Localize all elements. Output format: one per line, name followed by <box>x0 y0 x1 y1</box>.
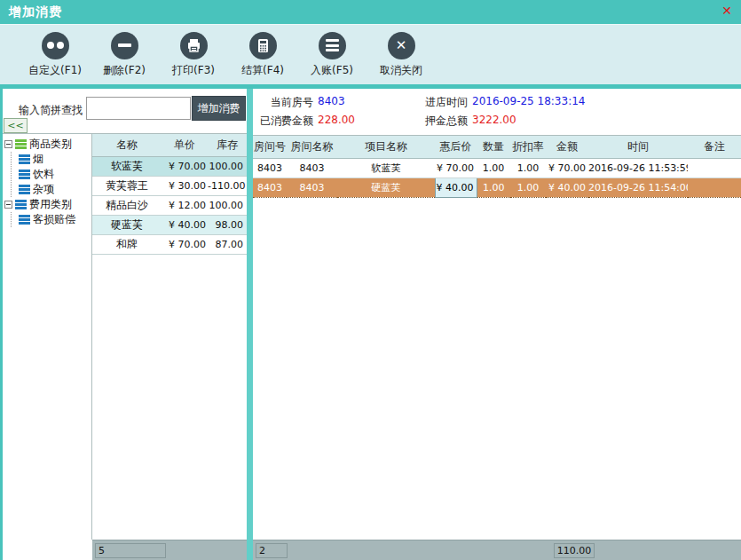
column-header-price[interactable]: 惠后价 <box>435 136 477 158</box>
order-cell-amount[interactable]: ¥ 40.00 <box>546 177 588 197</box>
product-row[interactable]: 黄芙蓉王¥ 30.00-110.00 <box>92 176 247 195</box>
tree-item-misc[interactable]: 杂项 <box>19 182 91 197</box>
tree-item-label: 烟 <box>33 152 43 167</box>
room-number-value: 8403 <box>318 95 345 109</box>
delete-button[interactable]: 删除(F2) <box>90 25 159 84</box>
product-cell-name[interactable]: 和牌 <box>92 234 162 254</box>
order-cell-qty[interactable]: 1.00 <box>477 158 510 177</box>
product-cell-name[interactable]: 精品白沙 <box>92 195 162 215</box>
product-table-footer: 5 <box>92 540 247 560</box>
collapse-button[interactable]: << <box>4 118 28 133</box>
product-cell-price[interactable]: ¥ 40.00 <box>162 215 208 234</box>
titlebar: 增加消费 ✕ <box>0 0 741 24</box>
window-title: 增加消费 <box>9 4 62 20</box>
column-header-qty[interactable]: 数量 <box>477 136 510 158</box>
print-button[interactable]: 打印(F3) <box>159 25 228 84</box>
product-cell-price[interactable]: ¥ 12.00 <box>162 195 208 215</box>
search-input[interactable] <box>86 97 191 120</box>
toolbar: 自定义(F1) 删除(F2) 打印(F3) 结算(F4) 入账(F5) ✕ 取消… <box>0 24 741 84</box>
category-list-icon <box>15 200 27 209</box>
product-cell-stock[interactable]: 98.00 <box>208 215 247 234</box>
tree-item-label: 客损赔偿 <box>33 212 75 227</box>
column-header-room[interactable]: 房间号 <box>253 136 287 158</box>
order-total: 110.00 <box>554 543 595 558</box>
order-cell-price[interactable]: ¥ 70.00 <box>435 158 477 177</box>
calculator-icon <box>249 32 277 59</box>
order-cell-note[interactable] <box>688 177 741 197</box>
product-cell-name[interactable]: 黄芙蓉王 <box>92 176 162 195</box>
product-cell-name[interactable]: 软蓝芙 <box>92 156 162 176</box>
column-header-room-name[interactable]: 房间名称 <box>287 136 337 158</box>
order-cell-item[interactable]: 硬蓝芙 <box>337 177 435 197</box>
tree-item-drinks[interactable]: 饮料 <box>19 167 91 182</box>
column-header-amount[interactable]: 金额 <box>546 136 588 158</box>
tree-item-damage-compensation[interactable]: 客损赔偿 <box>19 212 91 227</box>
product-row[interactable]: 和牌¥ 70.0087.00 <box>92 234 247 254</box>
order-cell-time[interactable]: 2016-09-26 11:54:00 <box>588 177 688 197</box>
order-cell-room_name[interactable]: 8403 <box>287 158 337 177</box>
column-header-discount[interactable]: 折扣率 <box>510 136 546 158</box>
tree-item-goods-category[interactable]: 商品类别 <box>4 137 91 152</box>
category-tree: 商品类别 烟 饮料 杂项 <box>3 133 92 540</box>
column-header-note[interactable]: 备注 <box>688 136 741 158</box>
window-close-icon[interactable]: ✕ <box>721 4 732 18</box>
order-cell-time[interactable]: 2016-09-26 11:53:59 <box>588 158 688 177</box>
list-icon <box>319 32 346 59</box>
order-cell-discount[interactable]: 1.00 <box>510 177 546 197</box>
category-list-icon <box>19 185 30 194</box>
product-cell-stock[interactable]: 100.00 <box>208 156 247 176</box>
customize-button[interactable]: 自定义(F1) <box>20 25 90 84</box>
product-cell-stock[interactable]: -110.00 <box>208 176 247 195</box>
left-panel: 输入简拼查找 增加消费 << 商品类别 烟 饮料 <box>3 89 247 560</box>
product-cell-price[interactable]: ¥ 70.00 <box>162 234 208 254</box>
product-row[interactable]: 硬蓝芙¥ 40.0098.00 <box>92 215 247 234</box>
order-row[interactable]: 84038403硬蓝芙¥ 40.001.001.00¥ 40.002016-09… <box>253 177 741 197</box>
dots-icon <box>42 32 69 59</box>
column-header-stock[interactable]: 库存 <box>208 134 247 156</box>
toolbar-button-label: 取消关闭 <box>380 63 422 78</box>
column-header-time[interactable]: 时间 <box>588 136 688 158</box>
order-cell-room[interactable]: 8403 <box>253 158 287 177</box>
tree-item-label: 商品类别 <box>29 137 72 152</box>
product-cell-price[interactable]: ¥ 70.00 <box>162 156 208 176</box>
order-cell-qty[interactable]: 1.00 <box>477 177 510 197</box>
product-cell-price[interactable]: ¥ 30.00 <box>162 176 208 195</box>
order-cell-price[interactable]: ¥ 40.00 <box>435 177 477 197</box>
tree-item-cigarette[interactable]: 烟 <box>19 152 91 167</box>
column-header-item[interactable]: 项目名称 <box>337 136 435 158</box>
tree-item-expense-category[interactable]: 费用类别 <box>4 197 91 212</box>
product-table: 名称 单价 库存 软蓝芙¥ 70.00100.00黄芙蓉王¥ 30.00-110… <box>92 133 247 540</box>
toolbar-button-label: 入账(F5) <box>311 63 353 78</box>
product-cell-stock[interactable]: 87.00 <box>208 234 247 254</box>
category-list-icon <box>19 215 30 225</box>
product-row[interactable]: 软蓝芙¥ 70.00100.00 <box>92 156 247 176</box>
collapse-expander-icon[interactable] <box>4 140 12 148</box>
add-consume-button[interactable]: 增加消费 <box>192 96 246 121</box>
order-count: 2 <box>256 543 288 558</box>
product-cell-name[interactable]: 硬蓝芙 <box>92 215 162 234</box>
close-icon: ✕ <box>388 32 415 59</box>
tree-item-label: 杂项 <box>33 182 54 197</box>
settle-button[interactable]: 结算(F4) <box>228 25 297 84</box>
collapse-expander-icon[interactable] <box>4 201 12 209</box>
toolbar-button-label: 打印(F3) <box>172 63 215 78</box>
column-header-name[interactable]: 名称 <box>92 134 162 156</box>
order-row[interactable]: 84038403软蓝芙¥ 70.001.001.00¥ 70.002016-09… <box>253 158 741 177</box>
order-cell-room_name[interactable]: 8403 <box>287 177 337 197</box>
toolbar-button-label: 自定义(F1) <box>28 63 82 78</box>
order-cell-discount[interactable]: 1.00 <box>510 158 546 177</box>
panel-divider[interactable] <box>247 89 253 560</box>
product-count: 5 <box>95 543 166 558</box>
category-list-icon <box>19 170 30 179</box>
cancel-close-button[interactable]: ✕ 取消关闭 <box>367 25 436 84</box>
post-account-button[interactable]: 入账(F5) <box>297 25 367 84</box>
product-cell-stock[interactable]: 100.00 <box>208 195 247 215</box>
order-cell-note[interactable] <box>688 158 741 177</box>
product-row[interactable]: 精品白沙¥ 12.00100.00 <box>92 195 247 215</box>
order-cell-room[interactable]: 8403 <box>253 177 287 197</box>
order-cell-item[interactable]: 软蓝芙 <box>337 158 435 177</box>
column-header-price[interactable]: 单价 <box>162 134 208 156</box>
order-cell-amount[interactable]: ¥ 70.00 <box>546 158 588 177</box>
content-area: 输入简拼查找 增加消费 << 商品类别 烟 饮料 <box>3 89 741 560</box>
search-label: 输入简拼查找 <box>19 103 83 118</box>
